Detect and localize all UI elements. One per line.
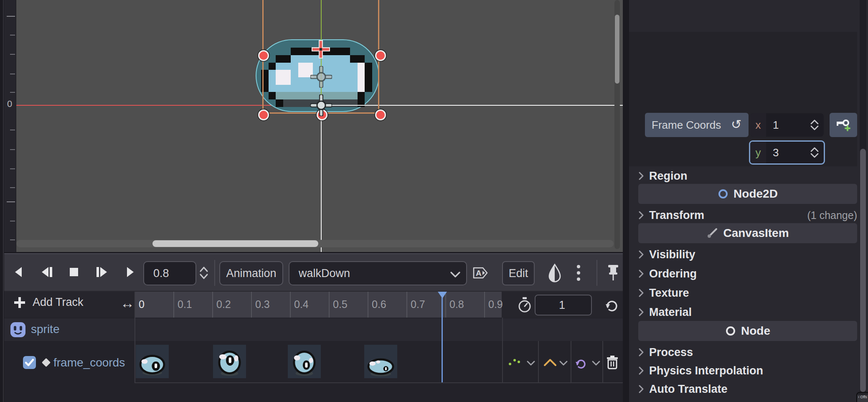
chevron-right-icon: [638, 288, 644, 298]
ruler-tick-label: 0.4: [294, 298, 309, 310]
animation-select-value: walkDown: [299, 267, 350, 280]
keyframe-thumb[interactable]: [136, 345, 169, 378]
section-label: Material: [649, 306, 692, 319]
inspector-section-physics-interpolation[interactable]: Physics Interpolation: [638, 363, 857, 379]
inspector-section-transform[interactable]: Transform (1 change): [638, 207, 857, 223]
inspector-category-canvasitem[interactable]: CanvasItem: [638, 223, 857, 243]
interpolation-mode-icon: [543, 358, 557, 367]
track-separator: [502, 318, 503, 382]
animation-menu-label: Animation: [226, 267, 276, 280]
category-label: CanvasItem: [723, 226, 789, 240]
inspector-scrollbar[interactable]: [860, 0, 866, 402]
add-track-label: Add Track: [33, 296, 84, 309]
autoplay-on-load-icon[interactable]: A: [471, 265, 490, 280]
toolbar-separator: [596, 260, 597, 286]
crosshair-vertical-white: [321, 105, 322, 252]
onion-skinning-icon[interactable]: [546, 263, 563, 282]
track-group-row[interactable]: sprite: [4, 318, 623, 341]
playhead-handle[interactable]: [438, 292, 447, 298]
section-label: Region: [649, 170, 688, 183]
interpolation-mode-dropdown[interactable]: [559, 360, 568, 366]
keyframe-thumb[interactable]: [364, 345, 397, 378]
chevron-right-icon: [638, 269, 644, 278]
category-label: Node: [741, 324, 770, 338]
inspector-section-material[interactable]: Material: [638, 304, 857, 320]
pin-panel-icon[interactable]: [606, 264, 621, 282]
track-separator: [571, 341, 571, 382]
animation-length-value: 1: [559, 299, 565, 312]
track-enabled-checkbox[interactable]: [23, 356, 36, 369]
inspector-section-visibility[interactable]: Visibility: [638, 247, 857, 262]
section-label: Physics Interpolation: [649, 364, 763, 377]
chevron-right-icon: [638, 348, 644, 357]
update-mode-dropdown[interactable]: [526, 360, 536, 366]
keyframe-thumb[interactable]: [213, 345, 246, 378]
more-options-menu-icon[interactable]: [576, 264, 581, 282]
ruler-tick-label: 0.2: [216, 298, 231, 310]
keyframe-thumb[interactable]: [288, 345, 321, 378]
frame-coords-highlight[interactable]: Frame Coords ↺: [645, 113, 749, 137]
spinner-icon[interactable]: [810, 146, 820, 159]
loop-wrap-dropdown[interactable]: [591, 360, 601, 366]
loop-mode-icon[interactable]: [604, 298, 619, 313]
selection-handle[interactable]: [375, 50, 386, 61]
inspector-category-node2d[interactable]: Node2D: [638, 184, 857, 204]
inspector-category-node[interactable]: Node: [638, 321, 857, 341]
inspector-section-auto-translate[interactable]: Auto Translate: [638, 381, 857, 397]
section-label: Ordering: [649, 267, 697, 280]
viewport-2d[interactable]: 0: [4, 0, 623, 252]
anchor-cross-marker[interactable]: [311, 39, 331, 59]
inspector-section-ordering[interactable]: Ordering: [638, 266, 857, 282]
pivot-gizmo[interactable]: [310, 66, 332, 88]
frame-coords-key-button[interactable]: [830, 113, 857, 137]
chevron-right-icon: [638, 384, 644, 394]
chevron-right-icon: [638, 250, 644, 259]
revert-icon[interactable]: ↺: [731, 117, 741, 132]
dock-splitter[interactable]: [3, 0, 4, 402]
timeline-zoom-resize-icon[interactable]: ↔: [120, 295, 135, 311]
ruler-tick-label: 0.5: [333, 298, 348, 310]
play-backwards-from-end-button[interactable]: [38, 265, 55, 279]
delete-track-icon[interactable]: [606, 355, 619, 369]
selection-handle[interactable]: [258, 109, 269, 120]
ruler-origin-label: 0: [7, 99, 12, 109]
stop-button[interactable]: [67, 265, 81, 279]
inspector-section-texture[interactable]: Texture: [638, 285, 857, 301]
inspector-section-process[interactable]: Process: [638, 344, 857, 360]
frame-coords-x-field[interactable]: x 1: [750, 113, 824, 137]
pivot-gizmo[interactable]: [310, 94, 332, 116]
inspector-dock: Offset Animation Hframes ↺ 4 Vframes ↺ 4: [629, 0, 868, 402]
node-icon: [725, 326, 736, 336]
plus-icon: [13, 296, 26, 309]
godot-editor: 0: [0, 0, 868, 402]
animation-length-input[interactable]: 1: [535, 295, 592, 315]
animation-menu-button[interactable]: Animation: [219, 261, 283, 285]
animation-length-stopwatch-icon: [517, 297, 532, 313]
chevron-down-icon: [450, 271, 461, 278]
seek-spinner[interactable]: [198, 266, 210, 280]
track-node-name[interactable]: sprite: [31, 323, 59, 336]
playhead-line[interactable]: [442, 293, 443, 382]
play-from-start-button[interactable]: [94, 265, 110, 279]
chevron-right-icon: [638, 308, 644, 317]
seek-position-input[interactable]: 0.8: [143, 261, 196, 285]
selection-handle[interactable]: [375, 109, 386, 120]
animation-select-dropdown[interactable]: walkDown: [289, 261, 467, 285]
track-separator: [538, 341, 539, 382]
timeline-header: Add Track ↔ 0 0.1 0.2 0.3 0.4 0.5 0.6 0.…: [4, 292, 623, 318]
svg-text:A: A: [476, 269, 482, 277]
brush-icon: [706, 227, 718, 239]
edit-button[interactable]: Edit: [502, 261, 535, 285]
selection-handle[interactable]: [258, 50, 269, 61]
play-button[interactable]: [123, 265, 137, 279]
chevron-right-icon: [638, 211, 644, 220]
ruler-tick-label: 0.6: [372, 298, 386, 310]
inspector-section-region[interactable]: Region: [638, 168, 857, 184]
frame-coords-y-field[interactable]: y 3: [749, 140, 825, 165]
play-backwards-button[interactable]: [12, 265, 26, 279]
viewport-vscrollbar[interactable]: [614, 0, 620, 249]
track-property-name[interactable]: frame_coords: [53, 356, 125, 369]
add-track-button[interactable]: Add Track: [13, 296, 84, 309]
viewport-hscrollbar[interactable]: [16, 240, 614, 247]
spinner-icon[interactable]: [810, 119, 820, 131]
